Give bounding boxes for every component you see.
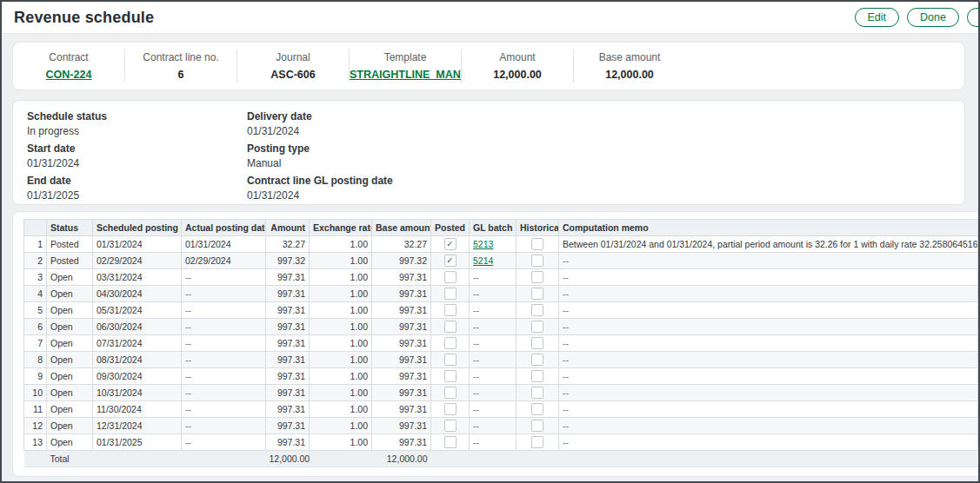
clipped-button[interactable]: H: [967, 8, 980, 27]
historical-cell: [517, 434, 559, 451]
page-body: Contract CON-224 Contract line no. 6 Jou…: [2, 34, 978, 477]
posted-checkbox[interactable]: ✓: [444, 255, 457, 267]
actual-posting-date-cell: --: [182, 302, 266, 319]
posted-checkbox[interactable]: [444, 354, 457, 366]
computation-memo-cell: --: [559, 418, 978, 434]
schedule-table-card: StatusScheduled posting dateActual posti…: [12, 211, 978, 477]
field-value: ASC-606: [237, 69, 349, 81]
summary-field-template: Template STRAIGHTLINE_MANUA: [350, 50, 462, 83]
col-header-exchange-rate: Exchange rate: [310, 220, 372, 236]
actual-posting-date-cell: --: [182, 401, 266, 418]
actual-posting-date-cell: 02/29/2024: [182, 253, 266, 269]
table-row: 12Open12/31/2024--997.311.00997.31----: [24, 418, 978, 434]
total-spacer-cell: [24, 451, 47, 467]
historical-checkbox[interactable]: [531, 403, 543, 415]
historical-checkbox[interactable]: [531, 271, 543, 283]
computation-memo-cell: --: [559, 385, 978, 401]
done-button[interactable]: Done: [907, 8, 959, 27]
posted-checkbox[interactable]: [444, 337, 457, 349]
toolbar-actions: Edit Done H: [855, 8, 973, 27]
base-amount-cell: 997.31: [372, 269, 431, 286]
posted-checkbox[interactable]: [444, 370, 457, 382]
detail-end-date: End date 01/31/2025: [27, 175, 247, 202]
base-amount-cell: 997.31: [372, 418, 431, 434]
base-amount-cell: 997.31: [372, 401, 431, 418]
row-number-cell: 2: [24, 253, 47, 269]
posted-checkbox[interactable]: [444, 403, 457, 415]
amount-cell: 997.31: [266, 352, 310, 368]
actual-posting-date-cell: --: [182, 368, 266, 385]
amount-cell: 32.27: [266, 236, 310, 253]
row-number-cell: 5: [24, 302, 47, 319]
computation-memo-cell: Between 01/31/2024 and 01/31/2024, parti…: [559, 236, 978, 253]
field-value: 12,000.00: [462, 69, 573, 81]
historical-cell: [517, 302, 559, 319]
computation-memo-cell: --: [559, 401, 978, 418]
row-number-cell: 1: [24, 236, 47, 253]
posted-checkbox[interactable]: [444, 288, 457, 300]
historical-cell: [517, 335, 559, 352]
status-cell: Open: [47, 401, 93, 418]
historical-checkbox[interactable]: [531, 354, 543, 366]
summary-field-journal: Journal ASC-606: [237, 50, 350, 83]
historical-checkbox[interactable]: [531, 255, 543, 267]
gl-batch-cell: --: [470, 335, 517, 352]
gl-batch-cell: --: [470, 286, 517, 302]
historical-checkbox[interactable]: [531, 436, 543, 448]
field-value: 12,000.00: [574, 69, 685, 81]
scheduled-posting-date-cell: 12/31/2024: [93, 418, 182, 434]
template-link[interactable]: STRAIGHTLINE_MANUA: [350, 69, 462, 81]
summary-field-contract: Contract CON-224: [13, 50, 125, 83]
summary-field-amount: Amount 12,000.00: [462, 50, 574, 83]
posted-checkbox[interactable]: [444, 387, 457, 399]
historical-cell: [517, 385, 559, 401]
scheduled-posting-date-cell: 02/29/2024: [93, 253, 182, 269]
posted-checkbox[interactable]: [444, 304, 457, 316]
field-label: Contract: [13, 51, 124, 63]
status-cell: Open: [47, 385, 93, 401]
summary-field-base-amount: Base amount 12,000.00: [574, 50, 685, 83]
base-amount-cell: 32.27: [372, 236, 431, 253]
contract-link[interactable]: CON-224: [46, 69, 92, 81]
historical-checkbox[interactable]: [531, 288, 543, 300]
field-label: Template: [350, 51, 461, 63]
table-header: StatusScheduled posting dateActual posti…: [24, 220, 978, 236]
historical-checkbox[interactable]: [531, 238, 543, 250]
historical-cell: [517, 286, 559, 302]
exchange-rate-cell: 1.00: [310, 286, 372, 302]
actual-posting-date-cell: --: [182, 434, 266, 451]
edit-button[interactable]: Edit: [855, 8, 900, 27]
exchange-rate-cell: 1.00: [310, 418, 372, 434]
amount-cell: 997.32: [266, 253, 310, 269]
posted-checkbox[interactable]: [444, 321, 457, 333]
historical-checkbox[interactable]: [531, 370, 543, 382]
historical-checkbox[interactable]: [531, 321, 543, 333]
gl-batch-cell: --: [470, 269, 517, 286]
scheduled-posting-date-cell: 11/30/2024: [93, 401, 182, 418]
total-empty-cell: [431, 451, 470, 467]
historical-checkbox[interactable]: [531, 337, 543, 349]
details-right-column: Delivery date 01/31/2024 Posting type Ma…: [247, 110, 467, 197]
historical-cell: [517, 352, 559, 368]
row-number-cell: 11: [24, 401, 47, 418]
gl-batch-link[interactable]: 5214: [473, 255, 493, 266]
historical-checkbox[interactable]: [531, 420, 543, 432]
posted-checkbox[interactable]: [444, 436, 457, 448]
exchange-rate-cell: 1.00: [310, 385, 372, 401]
exchange-rate-cell: 1.00: [310, 236, 372, 253]
table-row: 7Open07/31/2024--997.311.00997.31----: [24, 335, 978, 352]
historical-cell: [517, 401, 559, 418]
page-title: Revenue schedule: [14, 9, 154, 27]
gl-batch-link[interactable]: 5213: [473, 239, 493, 249]
posted-checkbox[interactable]: ✓: [444, 238, 457, 250]
row-number-cell: 12: [24, 418, 47, 434]
col-header-row-number: [24, 220, 47, 236]
base-amount-cell: 997.31: [372, 286, 431, 302]
historical-checkbox[interactable]: [531, 387, 543, 399]
posted-cell: [431, 385, 470, 401]
posted-checkbox[interactable]: [444, 420, 457, 432]
historical-checkbox[interactable]: [531, 304, 543, 316]
posted-checkbox[interactable]: [444, 271, 457, 283]
actual-posting-date-cell: --: [182, 335, 266, 352]
scheduled-posting-date-cell: 08/31/2024: [93, 352, 182, 368]
